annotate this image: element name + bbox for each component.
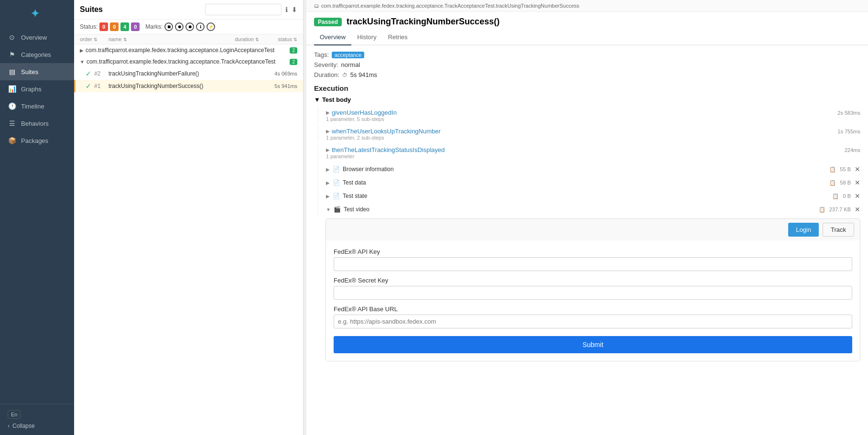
order-sort-icon: ⇅ — [94, 37, 98, 42]
col-header-duration[interactable]: duration ⇅ — [211, 36, 259, 42]
mark-icon-3[interactable]: ⏺ — [185, 22, 194, 31]
step-when-duration: 1s 755ms — [837, 129, 860, 134]
artifact-state-right: 📋 0 B ✕ — [832, 192, 860, 200]
col-header-status[interactable]: status ⇅ — [259, 36, 297, 42]
sidebar-label-suites: Suites — [21, 68, 38, 76]
col-header-order[interactable]: order ⇅ — [80, 36, 108, 42]
tab-retries[interactable]: Retries — [382, 30, 413, 45]
severity-row: Severity: normal — [314, 61, 860, 68]
col-header-name[interactable]: name ⇅ — [108, 36, 211, 42]
step-given-meta: 1 parameter, 5 sub-steps — [326, 116, 860, 122]
test-duration-failure: 4s 069ms — [274, 71, 297, 76]
video-header: ▼ 🎬 Test video 📋 237.7 KB ✕ — [318, 203, 860, 216]
status-count-orange[interactable]: 0 — [110, 22, 119, 31]
status-count-green[interactable]: 4 — [120, 22, 129, 31]
step-then-header[interactable]: ▶ thenTheLatestTrackingStatusIsDisplayed… — [326, 146, 860, 153]
suite-group-login[interactable]: ▶ com.trafficparrot.example.fedex.tracki… — [74, 44, 303, 56]
suite-list: ▶ com.trafficparrot.example.fedex.tracki… — [74, 44, 303, 435]
artifact-data-size-icon: 📋 — [829, 180, 836, 186]
execution-section: ▼ Test body ▶ givenUserHasLoggedIn 2s 58… — [314, 96, 860, 361]
artifact-state-left[interactable]: ▶ 📄 Test state — [326, 193, 367, 199]
artifact-browser-size-icon: 📋 — [829, 166, 836, 173]
suites-filters: Status: 0 0 4 0 Marks: ⏹ ⏺ ⏺ ℹ ⚡ — [74, 20, 303, 34]
artifact-state-name: Test state — [343, 193, 367, 199]
status-count-red[interactable]: 0 — [99, 22, 108, 31]
secret-key-input[interactable] — [334, 286, 852, 300]
sidebar-item-categories[interactable]: ⚑ Categories — [0, 46, 74, 63]
artifact-browser-info: ▶ 📄 Browser information 📋 55 B ✕ — [318, 163, 860, 175]
mark-icon-2[interactable]: ⏺ — [175, 22, 184, 31]
collapse-arrow-icon: ‹ — [8, 423, 10, 429]
sidebar-item-graphs[interactable]: 📊 Graphs — [0, 80, 74, 98]
login-button[interactable]: Login — [788, 223, 819, 237]
detail-title-row: Passed trackUsingTrackingNumberSuccess() — [306, 12, 868, 27]
artifact-browser-expand-icon[interactable]: ✕ — [855, 165, 860, 173]
mark-icon-5[interactable]: ⚡ — [206, 22, 215, 31]
api-base-url-label: FedEx® API Base URL — [334, 305, 852, 313]
secret-key-field: FedEx® Secret Key — [334, 277, 852, 300]
sidebar-item-packages[interactable]: 📦 Packages — [0, 132, 74, 149]
video-header-left[interactable]: ▼ 🎬 Test video — [326, 206, 369, 213]
test-duration-success: 5s 941ms — [274, 83, 297, 89]
api-key-input[interactable] — [334, 257, 852, 271]
sidebar-item-behaviors[interactable]: ☰ Behaviors — [0, 115, 74, 132]
submit-button[interactable]: Submit — [334, 336, 852, 353]
sidebar-item-timeline[interactable]: 🕐 Timeline — [0, 98, 74, 115]
sidebar-item-suites[interactable]: ▤ Suites — [0, 63, 74, 80]
collapse-button[interactable]: ‹ Collapse — [8, 423, 66, 429]
download-button[interactable]: ⬇ — [292, 6, 297, 13]
tab-history[interactable]: History — [351, 30, 382, 45]
step-then: ▶ thenTheLatestTrackingStatusIsDisplayed… — [318, 144, 860, 161]
api-base-url-input[interactable] — [334, 315, 852, 328]
suites-icon: ▤ — [8, 68, 16, 76]
artifact-state-size-icon: 📋 — [832, 193, 839, 199]
sidebar-item-overview[interactable]: ⊙ Overview — [0, 29, 74, 46]
behaviors-icon: ☰ — [8, 120, 16, 127]
artifact-data-size: 58 B — [840, 180, 851, 185]
tab-overview[interactable]: Overview — [314, 30, 351, 45]
step-given-duration: 2s 583ms — [837, 110, 860, 116]
sidebar-logo: ✦ — [0, 0, 74, 29]
info-button[interactable]: ℹ — [285, 6, 288, 13]
mark-icon-1[interactable]: ⏹ — [164, 22, 173, 31]
artifact-data-expand-icon[interactable]: ✕ — [855, 179, 860, 186]
step-when-arrow-icon: ▶ — [326, 129, 330, 134]
group-name-login: com.trafficparrot.example.fedex.tracking… — [86, 47, 288, 54]
execution-title: Execution — [314, 84, 860, 92]
test-title: trackUsingTrackingNumberSuccess() — [347, 17, 499, 27]
artifact-browser-right: 📋 55 B ✕ — [829, 165, 860, 173]
group-count-login: 2 — [290, 47, 297, 54]
artifact-doc-icon-3: 📄 — [333, 193, 340, 199]
suite-group-track[interactable]: ▼ com.trafficparrot.example.fedex.tracki… — [74, 56, 303, 67]
breadcrumb-text: com.trafficparrot.example.fedex.tracking… — [321, 3, 579, 9]
artifact-doc-icon-1: 📄 — [333, 166, 340, 173]
graphs-icon: 📊 — [8, 85, 16, 93]
step-then-name: thenTheLatestTrackingStatusIsDisplayed — [332, 146, 445, 153]
status-filter-row: Status: 0 0 4 0 — [80, 22, 140, 31]
video-file-icon: 🎬 — [334, 206, 341, 213]
search-input[interactable] — [205, 4, 282, 15]
artifact-browser-left[interactable]: ▶ 📄 Browser information — [326, 166, 394, 173]
collapse-label: Collapse — [12, 423, 35, 429]
step-given: ▶ givenUserHasLoggedIn 2s 583ms 1 parame… — [318, 107, 860, 124]
group-count-track: 2 — [290, 59, 297, 65]
status-count-purple[interactable]: 0 — [131, 22, 140, 31]
marks-filter-label: Marks: — [145, 23, 163, 30]
artifact-data-left[interactable]: ▶ 📄 Test data — [326, 179, 366, 186]
tag-acceptance[interactable]: acceptance — [332, 52, 364, 58]
duration-label: Duration: — [314, 71, 339, 78]
artifact-state-expand-icon[interactable]: ✕ — [855, 192, 860, 200]
video-expand-icon[interactable]: ✕ — [855, 206, 860, 213]
language-button[interactable]: En — [8, 410, 21, 419]
passed-badge: Passed — [314, 18, 342, 26]
name-sort-icon: ⇅ — [123, 37, 127, 42]
mark-icon-4[interactable]: ℹ — [196, 22, 205, 31]
test-body-title[interactable]: ▼ Test body — [314, 96, 860, 103]
track-button[interactable]: Track — [823, 223, 854, 237]
test-row-success[interactable]: ✓ #1 trackUsingTrackingNumberSuccess() 5… — [74, 80, 303, 92]
test-row-failure[interactable]: ✓ #2 trackUsingTrackingNumberFailure() 4… — [74, 67, 303, 80]
step-given-header[interactable]: ▶ givenUserHasLoggedIn 2s 583ms — [326, 109, 860, 116]
artifact-state-size: 0 B — [843, 193, 851, 199]
video-size-icon: 📋 — [819, 207, 825, 213]
step-when-header[interactable]: ▶ whenTheUserLooksUpTrackingNumber 1s 75… — [326, 128, 860, 135]
